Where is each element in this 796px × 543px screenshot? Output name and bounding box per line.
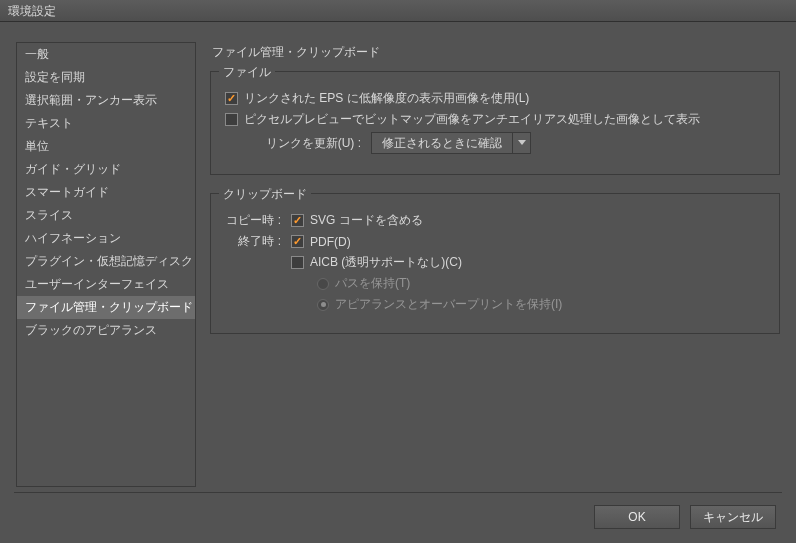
update-links-select[interactable]: 修正されるときに確認 [371, 132, 531, 154]
use-low-res-eps-checkbox[interactable] [225, 92, 238, 105]
sidebar-item[interactable]: ファイル管理・クリップボード [17, 296, 195, 319]
dialog-buttons: OK キャンセル [594, 505, 776, 529]
keep-path-radio [317, 278, 329, 290]
sidebar-item[interactable]: 単位 [17, 135, 195, 158]
window-titlebar: 環境設定 [0, 0, 796, 22]
keep-appearance-radio [317, 299, 329, 311]
category-sidebar: 一般設定を同期選択範囲・アンカー表示テキスト単位ガイド・グリッドスマートガイドス… [16, 42, 196, 487]
dropdown-button[interactable] [512, 133, 530, 153]
sidebar-item[interactable]: スライス [17, 204, 195, 227]
sidebar-item[interactable]: ブラックのアピアランス [17, 319, 195, 342]
svg-code-checkbox[interactable] [291, 214, 304, 227]
window-title: 環境設定 [8, 4, 56, 18]
pdf-checkbox[interactable] [291, 235, 304, 248]
copy-label: コピー時 : [225, 212, 285, 229]
divider [14, 492, 782, 493]
update-links-value: 修正されるときに確認 [372, 135, 512, 152]
page-title: ファイル管理・クリップボード [210, 42, 780, 71]
clipboard-section: クリップボード コピー時 : SVG コードを含める 終了時 : PDF(D) … [210, 193, 780, 334]
cancel-button[interactable]: キャンセル [690, 505, 776, 529]
pixel-preview-aa-label: ピクセルプレビューでビットマップ画像をアンチエイリアス処理した画像として表示 [244, 111, 700, 128]
svg-code-label: SVG コードを含める [310, 212, 423, 229]
sidebar-item[interactable]: スマートガイド [17, 181, 195, 204]
sidebar-item[interactable]: ハイフネーション [17, 227, 195, 250]
use-low-res-eps-label: リンクされた EPS に低解像度の表示用画像を使用(L) [244, 90, 529, 107]
keep-appearance-label: アピアランスとオーバープリントを保持(I) [335, 296, 562, 313]
sidebar-item[interactable]: 選択範囲・アンカー表示 [17, 89, 195, 112]
ok-button[interactable]: OK [594, 505, 680, 529]
main-panel: ファイル管理・クリップボード ファイル リンクされた EPS に低解像度の表示用… [210, 42, 780, 487]
sidebar-item[interactable]: 一般 [17, 43, 195, 66]
keep-path-label: パスを保持(T) [335, 275, 410, 292]
quit-label: 終了時 : [225, 233, 285, 250]
dialog-body: 一般設定を同期選択範囲・アンカー表示テキスト単位ガイド・グリッドスマートガイドス… [0, 22, 796, 543]
aicb-checkbox[interactable] [291, 256, 304, 269]
file-section-legend: ファイル [219, 64, 275, 81]
file-section: ファイル リンクされた EPS に低解像度の表示用画像を使用(L) ピクセルプレ… [210, 71, 780, 175]
clipboard-section-legend: クリップボード [219, 186, 311, 203]
update-links-label: リンクを更新(U) : [225, 135, 365, 152]
sidebar-item[interactable]: 設定を同期 [17, 66, 195, 89]
sidebar-item[interactable]: ユーザーインターフェイス [17, 273, 195, 296]
aicb-label: AICB (透明サポートなし)(C) [310, 254, 462, 271]
sidebar-item[interactable]: テキスト [17, 112, 195, 135]
sidebar-item[interactable]: プラグイン・仮想記憶ディスク [17, 250, 195, 273]
sidebar-item[interactable]: ガイド・グリッド [17, 158, 195, 181]
pixel-preview-aa-checkbox[interactable] [225, 113, 238, 126]
pdf-label: PDF(D) [310, 235, 351, 249]
chevron-down-icon [518, 140, 526, 146]
